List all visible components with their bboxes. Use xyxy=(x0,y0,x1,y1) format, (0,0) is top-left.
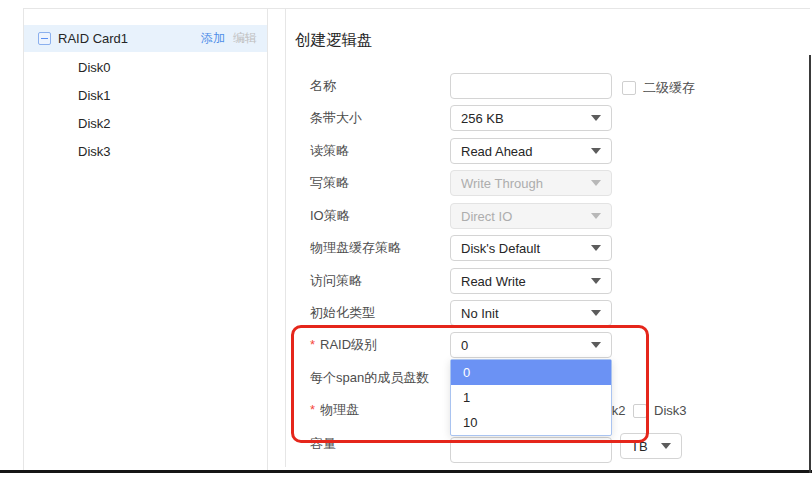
raid-card-label: RAID Card1 xyxy=(58,31,128,46)
disk-cache-policy-select[interactable]: Disk's Default xyxy=(450,235,612,261)
edit-link[interactable]: 编辑 xyxy=(233,30,257,47)
disk-cache-policy-value: Disk's Default xyxy=(461,241,591,256)
sidebar-divider xyxy=(267,8,268,470)
required-asterisk: * xyxy=(310,337,315,352)
sidebar-item-disk0[interactable]: Disk0 xyxy=(24,53,267,81)
collapse-minus-icon[interactable] xyxy=(38,32,51,45)
sidebar-item-disk3[interactable]: Disk3 xyxy=(24,137,267,165)
capacity-unit-select[interactable]: TB xyxy=(620,433,682,459)
screenshot-right-frame xyxy=(809,55,811,473)
chevron-down-icon xyxy=(661,443,671,449)
access-policy-value: Read Write xyxy=(461,274,591,289)
span-members-label: 每个span的成员盘数 xyxy=(310,365,429,391)
physical-disks-label-text: 物理盘 xyxy=(320,402,359,417)
panel-top-border xyxy=(23,8,810,9)
capacity-input[interactable] xyxy=(450,437,612,463)
chevron-down-icon xyxy=(591,180,601,186)
raid-card-actions: 添加 编辑 xyxy=(201,30,257,47)
io-policy-label: IO策略 xyxy=(310,203,350,229)
raid-level-option-10[interactable]: 10 xyxy=(451,410,611,435)
read-policy-select[interactable]: Read Ahead xyxy=(450,138,612,164)
disk3-checkbox-label: Disk3 xyxy=(654,403,687,418)
chevron-down-icon xyxy=(591,245,601,251)
minus-glyph xyxy=(41,38,48,39)
chevron-down-icon xyxy=(591,115,601,121)
raid-level-dropdown: 0 1 10 xyxy=(450,359,612,436)
write-policy-select: Write Through xyxy=(450,170,612,196)
chevron-down-icon xyxy=(591,213,601,219)
secondary-cache-label: 二级缓存 xyxy=(643,79,695,97)
io-policy-value: Direct IO xyxy=(461,209,591,224)
write-policy-label: 写策略 xyxy=(310,170,349,196)
raid-level-option-0[interactable]: 0 xyxy=(451,360,611,385)
required-asterisk: * xyxy=(310,402,315,417)
raid-level-label: *RAID级别 xyxy=(310,332,377,358)
name-input[interactable] xyxy=(450,73,612,99)
raid-level-select[interactable]: 0 xyxy=(450,332,612,358)
init-type-label: 初始化类型 xyxy=(310,300,375,326)
sidebar-item-disk1[interactable]: Disk1 xyxy=(24,81,267,109)
read-policy-label: 读策略 xyxy=(310,138,349,164)
access-policy-label: 访问策略 xyxy=(310,268,362,294)
sidebar-item-disk2[interactable]: Disk2 xyxy=(24,109,267,137)
stripe-size-value: 256 KB xyxy=(461,111,591,126)
main-panel-left-border xyxy=(285,8,286,467)
chevron-down-icon xyxy=(591,278,601,284)
disk3-checkbox[interactable] xyxy=(633,404,647,418)
secondary-cache-checkbox[interactable] xyxy=(622,81,636,95)
name-label: 名称 xyxy=(310,73,336,99)
disk-cache-policy-label: 物理盘缓存策略 xyxy=(310,235,401,261)
access-policy-select[interactable]: Read Write xyxy=(450,268,612,294)
stripe-size-select[interactable]: 256 KB xyxy=(450,105,612,131)
chevron-down-icon xyxy=(591,310,601,316)
io-policy-select: Direct IO xyxy=(450,203,612,229)
sidebar-item-raid-card[interactable]: RAID Card1 添加 编辑 xyxy=(24,25,267,52)
read-policy-value: Read Ahead xyxy=(461,144,591,159)
raid-level-value: 0 xyxy=(461,338,591,353)
capacity-label: 容量 xyxy=(310,431,336,457)
screenshot-bottom-frame xyxy=(0,470,812,473)
raid-level-option-1[interactable]: 1 xyxy=(451,385,611,410)
chevron-down-icon xyxy=(591,342,601,348)
stripe-size-label: 条带大小 xyxy=(310,105,362,131)
init-type-select[interactable]: No Init xyxy=(450,300,612,326)
capacity-unit-value: TB xyxy=(631,439,661,454)
chevron-down-icon xyxy=(591,148,601,154)
physical-disks-label: *物理盘 xyxy=(310,397,359,423)
write-policy-value: Write Through xyxy=(461,176,591,191)
add-link[interactable]: 添加 xyxy=(201,30,225,47)
raid-level-label-text: RAID级别 xyxy=(320,337,377,352)
disk3-option: Disk3 xyxy=(633,403,687,418)
init-type-value: No Init xyxy=(461,306,591,321)
secondary-cache-option: 二级缓存 xyxy=(622,79,695,97)
page-title: 创建逻辑盘 xyxy=(295,30,373,51)
raid-config-screen: RAID Card1 添加 编辑 Disk0 Disk1 Disk2 Disk3… xyxy=(0,0,812,479)
